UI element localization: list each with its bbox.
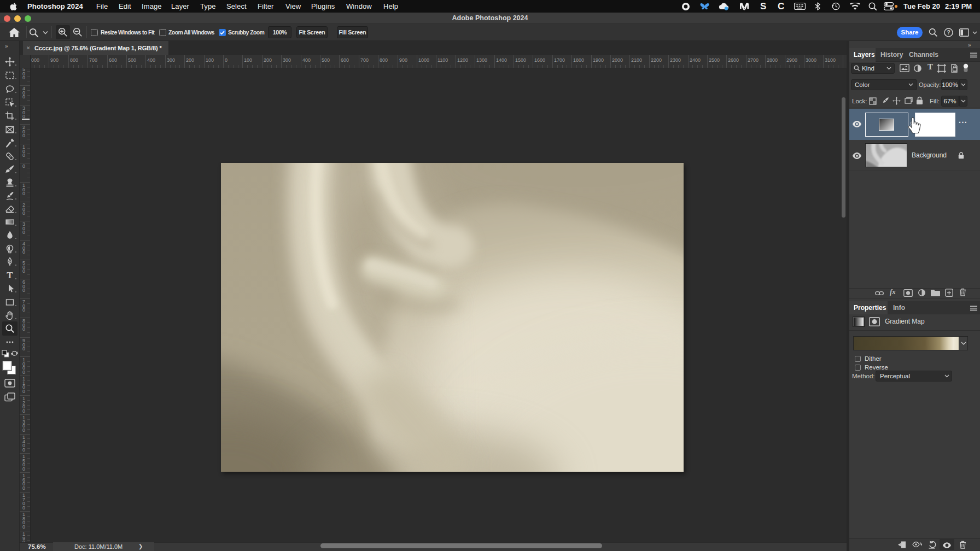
svg-text:?: ? [947, 30, 950, 36]
